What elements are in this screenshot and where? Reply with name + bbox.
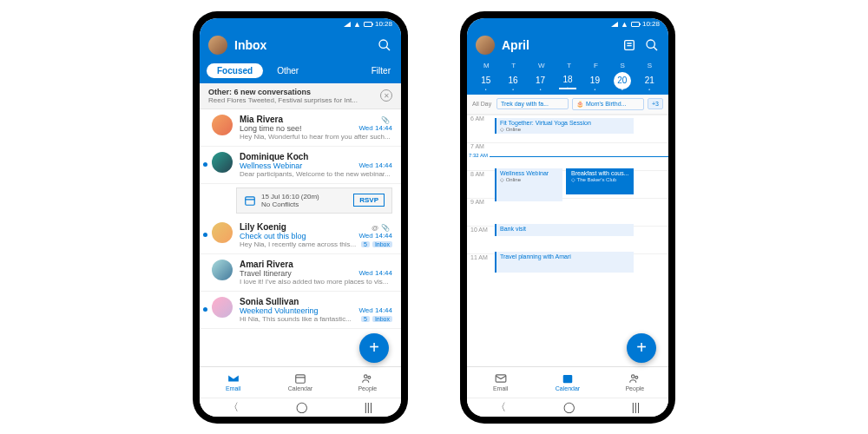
new-event-fab[interactable]: + [627,333,656,363]
bottom-nav: Email Calendar People [200,366,401,398]
close-icon[interactable]: ✕ [380,89,392,102]
page-title: Inbox [234,38,370,52]
calendar-body[interactable]: 6 AM7 AM8 AM9 AM10 AM11 AM7:32 AMFit Tog… [467,115,668,366]
nav-email[interactable]: Email [467,367,534,398]
nav-people[interactable]: People [602,367,668,398]
message-time: Wed 14:44 [358,306,392,315]
tab-other[interactable]: Other [266,63,309,78]
back-button[interactable]: 〈 [496,400,506,415]
message-subject: Wellness Webinar [240,161,358,170]
profile-avatar[interactable] [476,36,495,55]
event-title: Fit Together: Virtual Yoga Session [500,120,630,126]
sender-avatar [212,260,233,280]
event-location: ◇ The Baker's Club [571,176,630,182]
message-subject: Travel Itinerary [240,269,358,278]
message-subject: Weekend Volunteering [240,306,358,315]
message-row[interactable]: Lily Koenig@📎Check out this blogWed 14:4… [200,217,401,254]
sender-name: Sonia Sullivan [240,297,392,306]
agenda-icon[interactable] [621,37,637,53]
home-button[interactable]: ◯ [563,401,575,413]
date-cell[interactable]: 21• [641,72,658,89]
event-location: ◇ Online [500,176,559,182]
mention-icon: @ [372,224,378,232]
calendar-event[interactable]: Travel planning with Amari [495,252,634,273]
profile-avatar[interactable] [208,36,227,55]
rsvp-button[interactable]: RSVP [353,194,385,207]
message-preview: Hey Nia, I recently came across this... [240,240,358,248]
status-time: 10:28 [642,20,660,28]
message-row[interactable]: Dominique KochWellness WebinarWed 14:44D… [200,147,401,184]
message-row[interactable]: Amari RiveraTravel ItineraryWed 14:44I l… [200,254,401,292]
message-row[interactable]: Sonia SullivanWeekend VolunteeringWed 14… [200,292,401,329]
filter-button[interactable]: Filter [372,66,394,76]
rsvp-conflict: No Conflicts [261,201,348,208]
message-row[interactable]: Mia Rivera📎Long time no see!Wed 14:44Hey… [200,109,401,147]
sender-name: Dominique Koch [240,152,392,161]
back-button[interactable]: 〈 [228,400,239,415]
hour-label: 7 AM [467,142,668,149]
nav-people[interactable]: People [334,367,401,398]
nav-calendar[interactable]: Calendar [266,367,333,398]
date-cell[interactable]: 15• [477,72,495,89]
event-title: Breakfast with cous... [571,170,630,176]
svg-rect-4 [296,375,306,383]
date-cell[interactable]: 16• [504,72,522,89]
calendar-event[interactable]: Bank visit [495,224,634,236]
nav-calendar[interactable]: Calendar [534,367,601,398]
recents-button[interactable]: ||| [632,401,640,413]
search-icon[interactable] [377,37,392,53]
unread-dot [203,162,207,167]
recents-button[interactable]: ||| [365,401,372,413]
calendar-header: April [467,30,668,60]
count-badge: 5 [361,316,370,322]
date-cell[interactable]: 20• [614,72,631,89]
calendar-event[interactable]: Fit Together: Virtual Yoga Session◇ Onli… [495,118,634,134]
compose-fab[interactable]: + [359,333,389,363]
status-time: 10:28 [375,20,392,28]
svg-point-16 [635,376,638,378]
rsvp-card: 15 Jul 16:10 (20m)No ConflictsRSVP [236,187,392,214]
week-bar: MTWTFSS 15•16•17•18•19•20•21• [467,60,668,95]
battery-icon [631,22,640,27]
message-preview: Dear participants, Welcome to the new we… [240,170,392,178]
weekday-label: M [483,62,490,69]
search-icon[interactable] [644,37,660,53]
unread-dot [203,307,207,312]
allday-more[interactable]: +3 [648,98,663,109]
system-nav: 〈 ◯ ||| [200,398,401,417]
allday-event[interactable]: 🎂 Mom's Birthd... [572,98,644,110]
folder-badge: Inbox [372,241,392,247]
home-button[interactable]: ◯ [296,401,307,413]
other-banner[interactable]: Other: 6 new conversations Reed Flores T… [200,83,401,109]
calendar-event[interactable]: Wellness Webinar◇ Online [495,168,562,201]
svg-line-12 [654,47,657,50]
signal-icon [611,22,618,27]
sender-avatar [212,297,233,318]
page-title: April [502,38,615,52]
status-bar: ▲ 10:28 [467,18,668,30]
phone-calendar: ▲ 10:28 April MTWTFSS 15•16•17•18•19•20•… [460,11,675,424]
allday-event[interactable]: Trek day with fa... [496,98,569,109]
tab-focused[interactable]: Focused [207,63,263,78]
system-nav: 〈 ◯ ||| [467,398,668,417]
event-location: ◇ Online [500,126,630,132]
weekday-label: S [648,62,652,69]
message-preview: Hey Nia, Wonderful to hear from you afte… [240,133,392,141]
event-title: Travel planning with Amari [500,253,630,260]
wifi-icon: ▲ [621,20,628,29]
date-cell[interactable]: 18• [559,72,576,89]
sender-avatar [212,152,233,173]
wifi-icon: ▲ [353,20,361,29]
now-label: 7:32 AM [469,153,488,158]
date-cell[interactable]: 19• [586,72,603,89]
all-day-row: All Day Trek day with fa... 🎂 Mom's Birt… [467,95,668,115]
calendar-event[interactable]: Breakfast with cous...◇ The Baker's Club [566,168,634,194]
svg-line-1 [386,47,390,50]
battery-icon [364,22,372,27]
rsvp-time: 15 Jul 16:10 (20m) [261,193,348,201]
message-time: Wed 14:44 [358,161,392,170]
nav-email[interactable]: Email [200,367,266,398]
other-banner-sub: Reed Flores Tweeted, Festival surprises … [208,96,380,104]
message-subject: Check out this blog [240,232,358,240]
date-cell[interactable]: 17• [532,72,549,89]
